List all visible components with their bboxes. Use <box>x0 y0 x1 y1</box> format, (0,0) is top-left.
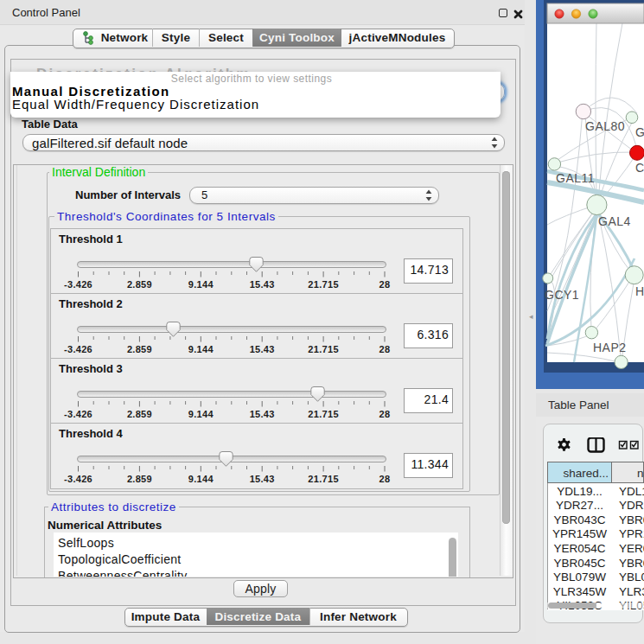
svg-text:GAL4: GAL4 <box>598 214 631 228</box>
svg-text:H: H <box>635 284 644 298</box>
svg-text:GAL80: GAL80 <box>585 119 625 133</box>
svg-text:CD: CD <box>635 161 644 175</box>
svg-text:GA: GA <box>635 125 644 139</box>
svg-text:GAL11: GAL11 <box>556 171 595 185</box>
svg-text:HAP2: HAP2 <box>593 341 627 354</box>
svg-text:GCY1: GCY1 <box>545 288 579 302</box>
